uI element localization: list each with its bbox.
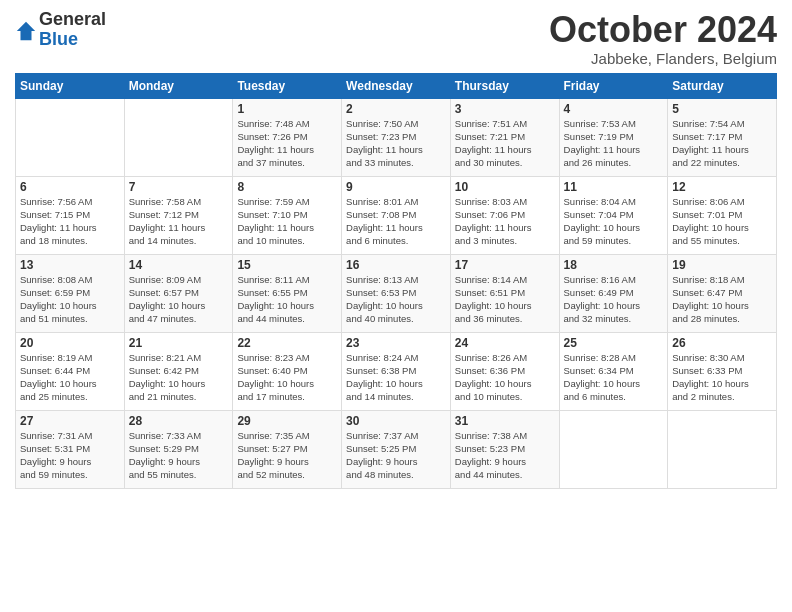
day-info: Sunrise: 7:51 AMSunset: 7:21 PMDaylight:… <box>455 117 555 170</box>
week-row-2: 13Sunrise: 8:08 AMSunset: 6:59 PMDayligh… <box>16 254 777 332</box>
week-row-1: 6Sunrise: 7:56 AMSunset: 7:15 PMDaylight… <box>16 176 777 254</box>
day-number: 6 <box>20 180 120 194</box>
day-number: 25 <box>564 336 664 350</box>
day-info: Sunrise: 7:56 AMSunset: 7:15 PMDaylight:… <box>20 195 120 248</box>
day-number: 29 <box>237 414 337 428</box>
logo: General Blue <box>15 10 106 50</box>
calendar-cell: 8Sunrise: 7:59 AMSunset: 7:10 PMDaylight… <box>233 176 342 254</box>
calendar-cell: 27Sunrise: 7:31 AMSunset: 5:31 PMDayligh… <box>16 410 125 488</box>
calendar-cell: 12Sunrise: 8:06 AMSunset: 7:01 PMDayligh… <box>668 176 777 254</box>
day-number: 17 <box>455 258 555 272</box>
week-row-4: 27Sunrise: 7:31 AMSunset: 5:31 PMDayligh… <box>16 410 777 488</box>
day-number: 8 <box>237 180 337 194</box>
header: General Blue October 2024 Jabbeke, Fland… <box>15 10 777 67</box>
header-cell-sunday: Sunday <box>16 73 125 98</box>
day-number: 23 <box>346 336 446 350</box>
calendar-title: October 2024 <box>549 10 777 50</box>
day-number: 13 <box>20 258 120 272</box>
day-number: 22 <box>237 336 337 350</box>
day-number: 10 <box>455 180 555 194</box>
calendar-cell: 16Sunrise: 8:13 AMSunset: 6:53 PMDayligh… <box>342 254 451 332</box>
calendar-cell: 24Sunrise: 8:26 AMSunset: 6:36 PMDayligh… <box>450 332 559 410</box>
calendar-table: SundayMondayTuesdayWednesdayThursdayFrid… <box>15 73 777 489</box>
day-info: Sunrise: 7:54 AMSunset: 7:17 PMDaylight:… <box>672 117 772 170</box>
svg-marker-0 <box>17 22 35 40</box>
calendar-cell: 13Sunrise: 8:08 AMSunset: 6:59 PMDayligh… <box>16 254 125 332</box>
calendar-cell: 14Sunrise: 8:09 AMSunset: 6:57 PMDayligh… <box>124 254 233 332</box>
day-number: 4 <box>564 102 664 116</box>
day-info: Sunrise: 8:03 AMSunset: 7:06 PMDaylight:… <box>455 195 555 248</box>
logo-icon <box>15 20 37 42</box>
logo-blue-text: Blue <box>39 30 106 50</box>
day-number: 24 <box>455 336 555 350</box>
header-cell-tuesday: Tuesday <box>233 73 342 98</box>
day-info: Sunrise: 8:23 AMSunset: 6:40 PMDaylight:… <box>237 351 337 404</box>
title-section: October 2024 Jabbeke, Flanders, Belgium <box>549 10 777 67</box>
day-info: Sunrise: 8:30 AMSunset: 6:33 PMDaylight:… <box>672 351 772 404</box>
day-info: Sunrise: 7:50 AMSunset: 7:23 PMDaylight:… <box>346 117 446 170</box>
calendar-cell: 20Sunrise: 8:19 AMSunset: 6:44 PMDayligh… <box>16 332 125 410</box>
day-info: Sunrise: 8:04 AMSunset: 7:04 PMDaylight:… <box>564 195 664 248</box>
day-info: Sunrise: 8:11 AMSunset: 6:55 PMDaylight:… <box>237 273 337 326</box>
calendar-cell: 2Sunrise: 7:50 AMSunset: 7:23 PMDaylight… <box>342 98 451 176</box>
calendar-cell: 5Sunrise: 7:54 AMSunset: 7:17 PMDaylight… <box>668 98 777 176</box>
logo-text: General Blue <box>39 10 106 50</box>
day-number: 7 <box>129 180 229 194</box>
week-row-0: 1Sunrise: 7:48 AMSunset: 7:26 PMDaylight… <box>16 98 777 176</box>
calendar-cell: 10Sunrise: 8:03 AMSunset: 7:06 PMDayligh… <box>450 176 559 254</box>
calendar-cell: 3Sunrise: 7:51 AMSunset: 7:21 PMDaylight… <box>450 98 559 176</box>
day-info: Sunrise: 7:59 AMSunset: 7:10 PMDaylight:… <box>237 195 337 248</box>
calendar-cell: 21Sunrise: 8:21 AMSunset: 6:42 PMDayligh… <box>124 332 233 410</box>
header-row: SundayMondayTuesdayWednesdayThursdayFrid… <box>16 73 777 98</box>
day-number: 26 <box>672 336 772 350</box>
day-info: Sunrise: 8:21 AMSunset: 6:42 PMDaylight:… <box>129 351 229 404</box>
calendar-cell: 30Sunrise: 7:37 AMSunset: 5:25 PMDayligh… <box>342 410 451 488</box>
calendar-cell: 31Sunrise: 7:38 AMSunset: 5:23 PMDayligh… <box>450 410 559 488</box>
day-number: 19 <box>672 258 772 272</box>
day-info: Sunrise: 8:13 AMSunset: 6:53 PMDaylight:… <box>346 273 446 326</box>
day-info: Sunrise: 8:24 AMSunset: 6:38 PMDaylight:… <box>346 351 446 404</box>
day-info: Sunrise: 8:18 AMSunset: 6:47 PMDaylight:… <box>672 273 772 326</box>
day-number: 14 <box>129 258 229 272</box>
calendar-header: SundayMondayTuesdayWednesdayThursdayFrid… <box>16 73 777 98</box>
header-cell-friday: Friday <box>559 73 668 98</box>
calendar-cell: 4Sunrise: 7:53 AMSunset: 7:19 PMDaylight… <box>559 98 668 176</box>
week-row-3: 20Sunrise: 8:19 AMSunset: 6:44 PMDayligh… <box>16 332 777 410</box>
day-info: Sunrise: 8:08 AMSunset: 6:59 PMDaylight:… <box>20 273 120 326</box>
calendar-cell: 18Sunrise: 8:16 AMSunset: 6:49 PMDayligh… <box>559 254 668 332</box>
day-info: Sunrise: 8:09 AMSunset: 6:57 PMDaylight:… <box>129 273 229 326</box>
day-info: Sunrise: 7:35 AMSunset: 5:27 PMDaylight:… <box>237 429 337 482</box>
day-number: 3 <box>455 102 555 116</box>
header-cell-thursday: Thursday <box>450 73 559 98</box>
calendar-cell: 29Sunrise: 7:35 AMSunset: 5:27 PMDayligh… <box>233 410 342 488</box>
day-info: Sunrise: 8:19 AMSunset: 6:44 PMDaylight:… <box>20 351 120 404</box>
day-info: Sunrise: 8:28 AMSunset: 6:34 PMDaylight:… <box>564 351 664 404</box>
calendar-cell: 25Sunrise: 8:28 AMSunset: 6:34 PMDayligh… <box>559 332 668 410</box>
calendar-cell: 15Sunrise: 8:11 AMSunset: 6:55 PMDayligh… <box>233 254 342 332</box>
day-info: Sunrise: 8:26 AMSunset: 6:36 PMDaylight:… <box>455 351 555 404</box>
calendar-cell: 17Sunrise: 8:14 AMSunset: 6:51 PMDayligh… <box>450 254 559 332</box>
day-number: 15 <box>237 258 337 272</box>
day-number: 5 <box>672 102 772 116</box>
calendar-cell: 11Sunrise: 8:04 AMSunset: 7:04 PMDayligh… <box>559 176 668 254</box>
day-number: 2 <box>346 102 446 116</box>
calendar-cell <box>559 410 668 488</box>
day-number: 9 <box>346 180 446 194</box>
day-info: Sunrise: 7:31 AMSunset: 5:31 PMDaylight:… <box>20 429 120 482</box>
day-info: Sunrise: 7:33 AMSunset: 5:29 PMDaylight:… <box>129 429 229 482</box>
day-info: Sunrise: 8:14 AMSunset: 6:51 PMDaylight:… <box>455 273 555 326</box>
day-number: 11 <box>564 180 664 194</box>
calendar-cell: 26Sunrise: 8:30 AMSunset: 6:33 PMDayligh… <box>668 332 777 410</box>
calendar-body: 1Sunrise: 7:48 AMSunset: 7:26 PMDaylight… <box>16 98 777 488</box>
calendar-cell: 19Sunrise: 8:18 AMSunset: 6:47 PMDayligh… <box>668 254 777 332</box>
day-info: Sunrise: 7:37 AMSunset: 5:25 PMDaylight:… <box>346 429 446 482</box>
day-info: Sunrise: 8:06 AMSunset: 7:01 PMDaylight:… <box>672 195 772 248</box>
day-number: 28 <box>129 414 229 428</box>
calendar-cell: 9Sunrise: 8:01 AMSunset: 7:08 PMDaylight… <box>342 176 451 254</box>
calendar-cell: 1Sunrise: 7:48 AMSunset: 7:26 PMDaylight… <box>233 98 342 176</box>
day-info: Sunrise: 7:53 AMSunset: 7:19 PMDaylight:… <box>564 117 664 170</box>
calendar-container: General Blue October 2024 Jabbeke, Fland… <box>0 0 792 499</box>
day-info: Sunrise: 7:48 AMSunset: 7:26 PMDaylight:… <box>237 117 337 170</box>
day-info: Sunrise: 7:38 AMSunset: 5:23 PMDaylight:… <box>455 429 555 482</box>
logo-general-text: General <box>39 10 106 30</box>
